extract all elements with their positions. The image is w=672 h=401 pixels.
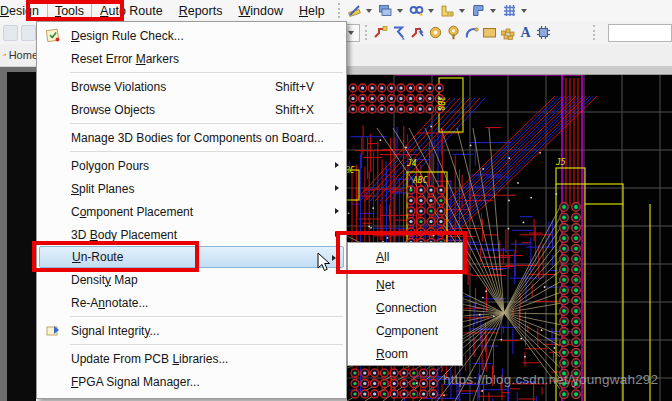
menu-item-3d-body-placement[interactable]: 3D Body Placement — [37, 223, 346, 246]
menu-item-component-placement[interactable]: Component Placement — [37, 200, 346, 223]
submenu-arrow-icon — [335, 231, 339, 237]
menu-design[interactable]: Design — [0, 2, 47, 20]
altium-pcb-editor-window: J4 ABC J5 BC 3B8 https://blog.csdn.net/y… — [0, 0, 672, 401]
pcb-designator-j4: J4 — [407, 159, 417, 168]
board-ruler-icon[interactable] — [439, 2, 456, 19]
interactive-routing-icon[interactable] — [373, 24, 389, 41]
layers-icon[interactable] — [377, 2, 394, 19]
submenu-arrow-icon — [335, 185, 339, 191]
find-icon[interactable] — [408, 2, 425, 19]
menu-separator — [70, 316, 343, 317]
tools-menu-popup: Design Rule Check... Reset Error Markers… — [36, 21, 347, 399]
submenu-item-component[interactable]: Component — [348, 319, 462, 342]
menu-item-signal-integrity[interactable]: Signal Integrity... — [37, 319, 346, 342]
multi-routing-icon[interactable] — [409, 24, 425, 41]
place-component-icon[interactable] — [536, 24, 552, 41]
submenu-item-connection[interactable]: Connection — [348, 296, 462, 319]
menu-item-browse-violations[interactable]: Browse Violations Shift+V — [37, 75, 346, 98]
menu-item-split-planes[interactable]: Split Planes — [37, 177, 346, 200]
menu-item-density-map[interactable]: Density Map — [37, 268, 346, 291]
menu-bar: Design Tools Auto Route Reports Window H… — [0, 0, 672, 22]
submenu-arrow-icon — [332, 255, 336, 261]
drc-icon — [45, 27, 61, 43]
pcb-designator-j5: J5 — [556, 158, 566, 167]
submenu-arrow-icon — [335, 162, 339, 168]
toolbar-separator — [593, 25, 595, 40]
place-via-icon[interactable] — [445, 24, 461, 41]
watermark-url: https://blog.csdn.net/youngwah292 — [443, 372, 658, 387]
menu-auto-route[interactable]: Auto Route — [92, 2, 171, 20]
menu-item-manage-3d-bodies[interactable]: Manage 3D Bodies for Components on Board… — [37, 126, 346, 149]
toolbar-combobox[interactable] — [608, 24, 672, 42]
menu-separator — [374, 270, 459, 271]
left-panel — [0, 66, 36, 401]
menu-window[interactable]: Window — [230, 2, 290, 20]
home-icon — [2, 49, 6, 62]
signal-integrity-icon — [45, 322, 61, 338]
plane-icon[interactable] — [470, 2, 487, 19]
submenu-item-net[interactable]: Net — [348, 273, 462, 296]
menu-help[interactable]: Help — [291, 2, 333, 20]
measure-icon[interactable] — [346, 2, 363, 19]
menu-item-un-route[interactable]: Un-Route — [39, 246, 344, 268]
menu-item-polygon-pours[interactable]: Polygon Pours — [37, 154, 346, 177]
toolbar-separator — [365, 25, 367, 40]
net-routing-icon[interactable] — [391, 24, 407, 41]
place-fill-icon[interactable] — [481, 24, 497, 41]
menu-separator — [70, 123, 343, 124]
grid-icon[interactable] — [501, 2, 518, 19]
place-array-icon[interactable] — [499, 24, 515, 41]
menu-tools[interactable]: Tools — [47, 2, 92, 20]
place-pad-icon[interactable] — [427, 24, 443, 41]
tab-home-label: Home — [9, 49, 38, 61]
menu-item-re-annotate[interactable]: Re-Annotate... — [37, 291, 346, 314]
plane-dropdown-caret[interactable] — [490, 9, 496, 13]
layers-dropdown-caret[interactable] — [397, 9, 403, 13]
paste-icon-disabled — [21, 25, 36, 41]
submenu-arrow-icon — [335, 208, 339, 214]
menu-item-fpga-signal-manager[interactable]: FPGA Signal Manager... — [37, 370, 346, 393]
menu-item-reset-error-markers[interactable]: Reset Error Markers — [37, 47, 346, 70]
unroute-submenu-popup: All Net Connection Component Room — [347, 242, 463, 366]
board-ruler-dropdown-caret[interactable] — [459, 9, 465, 13]
toolbar-separator — [338, 3, 340, 18]
menu-separator — [70, 72, 343, 73]
menu-separator — [70, 344, 343, 345]
menu-reports[interactable]: Reports — [171, 2, 231, 20]
menu-item-design-rule-check[interactable]: Design Rule Check... — [37, 24, 346, 47]
tab-home[interactable]: Home — [0, 49, 38, 62]
menu-item-browse-objects[interactable]: Browse Objects Shift+X — [37, 98, 346, 121]
place-arc-icon[interactable] — [463, 24, 479, 41]
submenu-item-room[interactable]: Room — [348, 342, 462, 365]
shortcut-label: Shift+X — [275, 103, 340, 117]
copy-icon-disabled — [3, 25, 18, 41]
menu-item-update-from-pcb-libraries[interactable]: Update From PCB Libraries... — [37, 347, 346, 370]
place-string-icon[interactable]: A — [517, 24, 533, 41]
pcb-designator-3b8: 3B8 — [436, 96, 445, 110]
pcb-top-strip — [347, 66, 672, 75]
grid-dropdown-caret[interactable] — [521, 9, 527, 13]
menu-separator — [70, 151, 343, 152]
pcb-label-abc: ABC — [413, 176, 427, 185]
shortcut-label: Shift+V — [275, 80, 340, 94]
submenu-item-all[interactable]: All — [348, 245, 462, 268]
measure-dropdown-caret[interactable] — [366, 9, 372, 13]
find-dropdown-caret[interactable] — [428, 9, 434, 13]
